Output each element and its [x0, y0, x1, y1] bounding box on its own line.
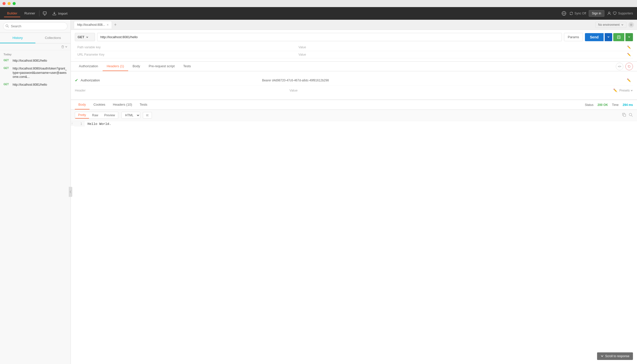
search-response-button[interactable] — [628, 112, 633, 118]
method-badge: GET — [4, 83, 11, 86]
heart-icon — [612, 11, 617, 16]
time-label: Time — [612, 103, 619, 107]
environment-icon-button[interactable] — [628, 22, 634, 28]
header-key: Header — [75, 88, 289, 92]
code-view-button[interactable] — [616, 63, 623, 70]
fullscreen-button[interactable] — [13, 2, 16, 5]
params-table: Path variable key Value ✏️ URL Parameter… — [75, 44, 633, 58]
tab-authorization[interactable]: Authorization — [75, 62, 102, 71]
add-tab-button[interactable]: + — [113, 22, 118, 27]
trash-icon — [61, 45, 64, 49]
supporters-button[interactable]: Supporters — [607, 11, 633, 16]
header-row: Header Value ✏️ Presets — [75, 85, 633, 95]
list-item[interactable]: GET http://localhost:8081/hello — [0, 81, 71, 89]
resp-tab-tests[interactable]: Tests — [136, 100, 151, 109]
import-button[interactable]: Import — [50, 10, 70, 17]
auth-section: ✔ Authorization Bearer d4d98720-47c6-467… — [71, 71, 637, 99]
chevron-down-icon — [628, 36, 630, 38]
top-bar: Builder Runner Import Sync Off Sign in — [0, 7, 637, 20]
param-value: Value — [296, 51, 625, 58]
wrap-button[interactable] — [143, 112, 152, 119]
tab-headers[interactable]: Headers (1) — [103, 62, 128, 71]
scroll-to-response-button[interactable]: Scroll to response — [597, 352, 633, 360]
send-dropdown-button[interactable] — [605, 33, 612, 41]
search-icon — [628, 112, 633, 117]
clear-history-button[interactable] — [61, 45, 67, 49]
tab-pre-request-script[interactable]: Pre-request script — [145, 62, 179, 71]
search-wrapper — [3, 22, 67, 30]
response-format-bar: Pretty Raw Preview HTML JSON XML Text — [71, 110, 637, 121]
time-value: 294 ms — [623, 103, 633, 107]
history-url: http://localhost:8080/oauth/token?grant_… — [13, 66, 67, 79]
reset-button[interactable] — [625, 63, 633, 70]
resp-tab-headers[interactable]: Headers (10) — [109, 100, 136, 109]
format-tab-preview[interactable]: Preview — [101, 112, 118, 119]
sync-icon — [569, 11, 574, 16]
environment-selector[interactable]: No environment — [595, 22, 626, 28]
close-button[interactable] — [3, 2, 6, 5]
edit-icon[interactable]: ✏️ — [625, 44, 633, 50]
tab-body[interactable]: Body — [129, 62, 144, 71]
request-tab[interactable]: http://localhost:808... × — [74, 21, 112, 29]
tab-runner[interactable]: Runner — [21, 10, 38, 17]
tab-builder[interactable]: Builder — [4, 10, 20, 17]
response-content: Hello World. — [84, 121, 114, 127]
request-tabs-bar: http://localhost:808... × + No environme… — [71, 20, 637, 30]
env-area: No environment — [595, 22, 634, 28]
request-section-tabs: Authorization Headers (1) Body Pre-reque… — [71, 62, 637, 71]
method-select[interactable]: GET — [75, 33, 95, 41]
close-tab-icon[interactable]: × — [107, 23, 109, 27]
format-tab-raw[interactable]: Raw — [89, 112, 101, 119]
line-number: 1 — [74, 121, 84, 127]
svg-line-6 — [8, 27, 9, 28]
list-item[interactable]: GET http://localhost:8081/hello — [0, 57, 71, 65]
new-tab-button[interactable] — [40, 10, 49, 17]
tab-tests[interactable]: Tests — [179, 62, 195, 71]
param-key: Path variable key — [75, 44, 296, 51]
tab-history[interactable]: History — [0, 33, 35, 43]
minimize-button[interactable] — [8, 2, 11, 5]
edit-icon[interactable]: ✏️ — [611, 87, 619, 93]
globe-icon — [561, 11, 566, 16]
sidebar-collapse-handle[interactable] — [69, 187, 72, 197]
sync-button[interactable]: Sync Off — [569, 11, 586, 16]
edit-icon[interactable]: ✏️ — [625, 77, 633, 83]
settings-icon — [629, 23, 633, 27]
environment-label: No environment — [598, 23, 620, 27]
tab-collections[interactable]: Collections — [35, 33, 71, 43]
line-warn: i — [71, 121, 74, 126]
copy-button[interactable] — [622, 112, 626, 118]
title-bar — [0, 0, 637, 7]
resp-tab-cookies[interactable]: Cookies — [90, 100, 109, 109]
sidebar: History Collections Today GET http://loc… — [0, 20, 71, 364]
check-icon: ✔ — [75, 78, 78, 83]
main-content: http://localhost:808... × + No environme… — [71, 20, 637, 364]
format-select[interactable]: HTML JSON XML Text — [122, 112, 140, 119]
status-label: Status — [585, 103, 594, 107]
history-date: Today — [0, 51, 71, 57]
request-builder: GET Params Send — [71, 30, 637, 62]
edit-icon[interactable]: ✏️ — [625, 52, 633, 57]
resp-tab-body[interactable]: Body — [75, 100, 89, 109]
globe-icon-btn[interactable] — [561, 11, 566, 16]
params-button[interactable]: Params — [564, 33, 583, 41]
chevron-down-icon — [621, 24, 624, 26]
list-item[interactable]: GET http://localhost:8080/oauth/token?gr… — [0, 65, 71, 81]
svg-point-4 — [608, 12, 610, 13]
wrap-icon — [146, 113, 149, 117]
format-tab-pretty[interactable]: Pretty — [75, 112, 89, 119]
save-dropdown-button[interactable] — [625, 33, 633, 41]
save-button[interactable] — [613, 33, 624, 41]
param-row: Path variable key Value ✏️ — [75, 44, 633, 51]
presets-button[interactable]: Presets — [619, 89, 633, 92]
request-line: GET Params Send — [75, 33, 633, 41]
url-input[interactable] — [97, 33, 562, 41]
param-value: Value — [296, 44, 625, 51]
person-icon — [607, 11, 611, 16]
status-value: 200 OK — [598, 103, 608, 107]
search-bar — [0, 20, 71, 33]
search-input[interactable] — [3, 22, 67, 30]
chevron-down-icon — [630, 89, 633, 92]
sign-in-button[interactable]: Sign in — [589, 10, 605, 17]
send-button[interactable]: Send — [585, 33, 604, 41]
